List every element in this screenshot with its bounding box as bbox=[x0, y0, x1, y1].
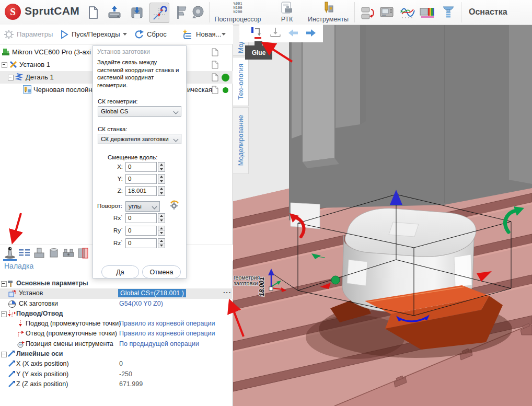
tools-button[interactable]: Инструменты bbox=[304, 0, 352, 25]
ptk-icon bbox=[280, 2, 294, 15]
ptk-button[interactable]: РТК bbox=[272, 0, 302, 25]
cylinder-stock-icon bbox=[48, 246, 60, 260]
param-row-toolchange[interactable]: Позиция смены инструмента По предыдущей … bbox=[0, 339, 233, 349]
save-icon bbox=[130, 5, 144, 20]
rx-input[interactable]: 0 bbox=[125, 213, 157, 223]
reset-button[interactable]: Сброс bbox=[134, 25, 167, 44]
status-badge bbox=[222, 74, 229, 82]
selected-tab-underline bbox=[3, 259, 17, 261]
new-operation-button[interactable]: Новая... bbox=[181, 25, 221, 44]
stepped-stock-icon bbox=[33, 246, 45, 260]
vise-icon bbox=[62, 246, 75, 260]
caliper-button[interactable] bbox=[171, 3, 190, 22]
glue-button[interactable] bbox=[249, 26, 264, 41]
prev-button[interactable] bbox=[287, 26, 300, 40]
param-row-z-axis[interactable]: Z (Z axis position) 671.999 bbox=[0, 379, 233, 389]
scheme-button[interactable] bbox=[358, 3, 377, 22]
param-group-row[interactable]: Линейные оси bbox=[0, 349, 233, 359]
offset-y-stepper[interactable] bbox=[158, 174, 165, 184]
offset-x-stepper[interactable] bbox=[158, 162, 165, 172]
param-row-y-axis[interactable]: Y (Y axis position) -250 bbox=[0, 369, 233, 379]
snap-mode-button[interactable] bbox=[149, 3, 169, 23]
rz-stepper[interactable] bbox=[158, 238, 165, 248]
ry-input[interactable]: 0 bbox=[125, 226, 157, 236]
new-operation-dropdown[interactable] bbox=[222, 25, 226, 44]
cnc-panel-icon bbox=[379, 5, 394, 20]
fixture-list-button[interactable] bbox=[18, 246, 31, 260]
sprutcam-window: 18.001 геометрия заготовки S SprutCAM bbox=[0, 0, 532, 406]
cylinder-stock-button[interactable] bbox=[47, 246, 61, 260]
parameters-button[interactable]: Параметры bbox=[4, 25, 53, 44]
document-icon[interactable] bbox=[212, 61, 218, 69]
save-button[interactable] bbox=[128, 3, 146, 22]
screw-icon bbox=[441, 5, 456, 20]
chevron-down-icon bbox=[174, 109, 179, 114]
part-icon bbox=[15, 73, 24, 82]
setup-section-title: Наладка bbox=[4, 262, 33, 270]
rz-input[interactable]: 0 bbox=[125, 238, 157, 248]
param-row-retract[interactable]: Отвод (промежуточные точки) Правило из к… bbox=[0, 329, 233, 339]
rx-stepper[interactable] bbox=[158, 213, 165, 223]
dialog-title: Установ заготовки bbox=[97, 48, 150, 55]
arrow-right-icon bbox=[305, 29, 316, 37]
viewport-3d[interactable]: 18.001 геометрия заготовки bbox=[233, 25, 532, 406]
run-dropdown-caret[interactable] bbox=[123, 33, 127, 36]
snap-icon bbox=[152, 6, 167, 20]
document-icon[interactable] bbox=[212, 73, 218, 82]
operation-mode-fragment: ическая bbox=[187, 86, 212, 94]
collapse-icon[interactable] bbox=[1, 311, 7, 317]
tab-modeling[interactable]: Моделирование bbox=[233, 107, 249, 174]
param-group-row[interactable]: Основные параметры bbox=[0, 279, 233, 288]
axis-icon bbox=[8, 370, 16, 378]
param-row-workpiece-cs[interactable]: СК заготовки G54(X0 Y0 Z0) bbox=[0, 299, 233, 309]
operation-icon bbox=[23, 85, 32, 94]
jig-button[interactable] bbox=[3, 246, 17, 260]
rotation-mode-select[interactable]: углы bbox=[125, 201, 160, 212]
screw-button[interactable] bbox=[439, 3, 458, 22]
setup-value[interactable]: Global CS+(Z18.001 ) bbox=[118, 289, 186, 297]
stepped-stock-button[interactable] bbox=[32, 246, 46, 260]
graph-button[interactable] bbox=[398, 3, 417, 22]
offset-y-input[interactable]: 0 bbox=[125, 174, 157, 184]
cancel-button[interactable]: Отмена bbox=[142, 265, 181, 279]
machine-cs-select[interactable]: СК держателя заготовки bbox=[98, 134, 181, 144]
param-group-row[interactable]: Подвод/Отвод bbox=[0, 309, 233, 319]
graph-icon bbox=[400, 5, 415, 20]
offset-z-input[interactable]: 18.001 bbox=[125, 186, 157, 196]
rotation-gear-button[interactable] bbox=[169, 200, 180, 211]
postprocessor-button[interactable]: %001 N100 N200 Постпроцессор bbox=[212, 0, 264, 25]
open-project-button[interactable] bbox=[105, 3, 124, 22]
origin-handle[interactable] bbox=[331, 276, 340, 284]
measure-tape-button[interactable] bbox=[189, 3, 207, 22]
cnc-panel-button[interactable] bbox=[377, 3, 396, 22]
ry-stepper[interactable] bbox=[158, 226, 165, 236]
new-document-button[interactable] bbox=[84, 3, 102, 22]
tab-technology[interactable]: Технология bbox=[233, 57, 249, 106]
collapse-icon[interactable] bbox=[2, 62, 7, 68]
chevron-down-icon bbox=[222, 33, 226, 36]
postprocessor-icon: %001 N100 N200 bbox=[234, 2, 242, 14]
offset-z-stepper[interactable] bbox=[158, 186, 165, 196]
toolbar-separator bbox=[354, 2, 355, 22]
run-transitions-button[interactable]: Пуск/Переходы bbox=[61, 25, 127, 44]
param-row-x-axis[interactable]: X (X axis position) 0 bbox=[0, 359, 233, 369]
geometry-cs-select[interactable]: Global CS bbox=[98, 106, 181, 117]
document-icon[interactable] bbox=[212, 48, 218, 56]
cs-globe-icon bbox=[8, 300, 16, 308]
stock-highlight-button[interactable] bbox=[76, 246, 90, 260]
vise-button[interactable] bbox=[62, 246, 75, 260]
ok-button[interactable]: Да bbox=[101, 265, 139, 279]
param-row-approach[interactable]: Подвод (промежуточные точки) Правило из … bbox=[0, 319, 233, 329]
document-icon[interactable] bbox=[212, 86, 218, 94]
chevron-down-icon bbox=[174, 137, 179, 142]
param-row-setup[interactable]: Установ Global CS+(Z18.001 ) ··· bbox=[0, 288, 233, 298]
offset-x-input[interactable]: 0 bbox=[125, 162, 157, 172]
place-part-button[interactable] bbox=[269, 26, 282, 40]
next-button[interactable] bbox=[304, 26, 317, 40]
tools-icon bbox=[321, 2, 335, 15]
more-button[interactable]: ··· bbox=[223, 288, 232, 296]
collapse-icon[interactable] bbox=[1, 281, 7, 287]
collapse-icon[interactable] bbox=[1, 352, 7, 357]
tool-store-button[interactable] bbox=[418, 3, 437, 22]
collapse-icon[interactable] bbox=[8, 75, 14, 80]
